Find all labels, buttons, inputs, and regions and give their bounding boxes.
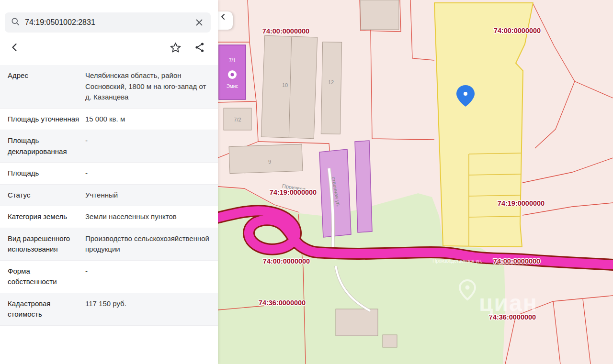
building-label: 10 bbox=[282, 82, 288, 88]
attribute-value: Земли населенных пунктов bbox=[85, 211, 210, 222]
emis-logo-icon bbox=[231, 73, 234, 77]
attribute-value: 15 000 кв. м bbox=[85, 114, 210, 125]
table-row: Площадь декларированная - bbox=[0, 130, 218, 163]
table-row: Адрес Челябинская область, район Сосновс… bbox=[0, 65, 218, 109]
cadastral-label: 74:19:0000000 bbox=[498, 199, 545, 207]
watermark-brand: циан bbox=[479, 290, 538, 316]
attribute-label: Площадь bbox=[8, 168, 79, 179]
cadastral-label: 74:36:0000000 bbox=[259, 299, 306, 307]
attribute-label: Форма собственности bbox=[8, 266, 79, 287]
building-label: 7/2 bbox=[234, 117, 241, 122]
attribute-value: - bbox=[85, 168, 210, 179]
attribute-value: Челябинская область, район Сосновский, 1… bbox=[85, 70, 210, 103]
cadastral-info-panel: Адрес Челябинская область, район Сосновс… bbox=[0, 0, 218, 364]
table-row: Вид разрешенного использования Производс… bbox=[0, 228, 218, 261]
street-label-on-road: Производственная ул. bbox=[432, 258, 482, 264]
cadastral-label: 74:00:0000000 bbox=[494, 27, 541, 34]
search-input[interactable] bbox=[25, 18, 189, 27]
attribute-label: Площадь декларированная bbox=[8, 135, 79, 157]
share-button[interactable] bbox=[192, 40, 207, 55]
attribute-label: Статус bbox=[8, 190, 79, 201]
attribute-value: - bbox=[85, 266, 210, 287]
cadastral-label: 74:00:0000000 bbox=[262, 27, 309, 35]
search-bar[interactable] bbox=[5, 12, 211, 33]
table-row: Площадь - bbox=[0, 163, 218, 185]
cadastral-label: 74:00:0000000 bbox=[263, 257, 310, 265]
attribute-value: Учтенный bbox=[85, 190, 210, 201]
table-row: Категория земель Земли населенных пункто… bbox=[0, 206, 218, 228]
attribute-value: 117 150 руб. bbox=[85, 298, 210, 320]
selected-parcel[interactable] bbox=[434, 3, 533, 247]
attribute-label: Адрес bbox=[8, 70, 79, 103]
map-canvas[interactable]: 7/1 Эмис 7/2 10 12 9 Производ ственная у… bbox=[218, 0, 613, 364]
cadastral-label: 74:00:0000000 bbox=[493, 257, 540, 265]
building-label: 12 bbox=[328, 79, 334, 85]
collapse-panel-button[interactable] bbox=[218, 11, 233, 30]
cadastral-map[interactable]: 7/1 Эмис 7/2 10 12 9 Производ ственная у… bbox=[218, 0, 613, 364]
panel-toolbar bbox=[7, 39, 207, 55]
attribute-value: Производство сельскохозяйственной продук… bbox=[85, 233, 210, 255]
back-button[interactable] bbox=[7, 39, 23, 55]
building-label: 9 bbox=[268, 159, 271, 165]
building-label: Эмис bbox=[227, 84, 238, 89]
attribute-label: Кадастровая стоимость bbox=[8, 298, 79, 320]
table-row: Кадастровая стоимость 117 150 руб. bbox=[0, 293, 218, 326]
attributes-table: Адрес Челябинская область, район Сосновс… bbox=[0, 65, 218, 326]
table-row: Форма собственности - bbox=[0, 261, 218, 293]
attribute-label: Категория земель bbox=[8, 211, 79, 222]
favorite-button[interactable] bbox=[168, 40, 183, 55]
search-icon bbox=[11, 17, 20, 28]
building-label: 7/1 bbox=[229, 58, 236, 63]
attribute-label: Вид разрешенного использования bbox=[8, 233, 79, 255]
clear-search-button[interactable] bbox=[193, 17, 205, 28]
attribute-value: - bbox=[85, 135, 210, 157]
table-row: Площадь уточненная 15 000 кв. м bbox=[0, 109, 218, 131]
cadastral-label: 74:19:0000000 bbox=[270, 188, 317, 196]
attribute-label: Площадь уточненная bbox=[8, 114, 79, 125]
table-row: Статус Учтенный bbox=[0, 185, 218, 207]
